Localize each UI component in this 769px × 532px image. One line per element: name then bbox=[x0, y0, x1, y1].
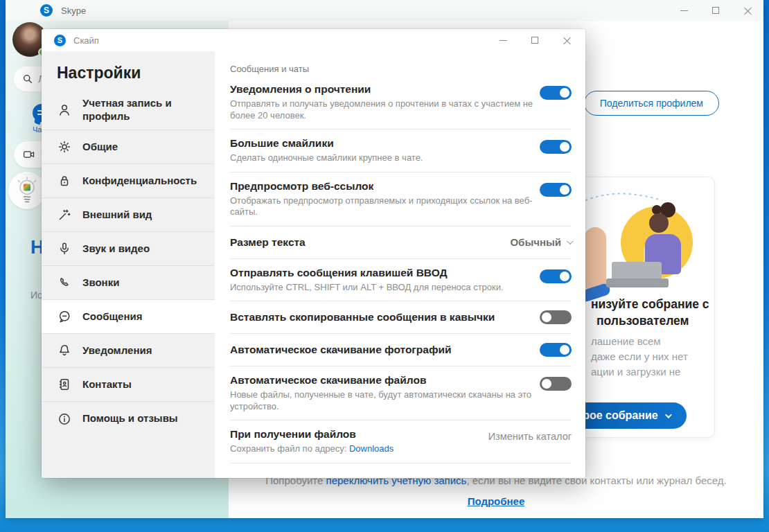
sidebar-item-general[interactable]: Общие bbox=[42, 130, 215, 164]
skype-logo-icon: S bbox=[54, 35, 66, 46]
setting-description-prefix: Сохранить файл по адресу: bbox=[230, 443, 349, 454]
bell-icon bbox=[57, 343, 72, 358]
sidebar-item-help[interactable]: Помощь и отзывы bbox=[42, 402, 215, 436]
toggle-paste-as-quote[interactable] bbox=[540, 310, 572, 324]
setting-title: Предпросмотр веб-ссылок bbox=[230, 179, 540, 194]
learn-more-link[interactable]: Подробнее bbox=[468, 495, 525, 507]
sidebar-item-label: Звонки bbox=[82, 276, 119, 290]
toggle-enter-to-send[interactable] bbox=[540, 269, 572, 283]
minimize-icon bbox=[680, 10, 688, 11]
sidebar-item-audio-video[interactable]: Звук и видео bbox=[42, 232, 215, 266]
minimize-button[interactable] bbox=[668, 0, 700, 21]
setting-title: Уведомления о прочтении bbox=[230, 82, 540, 97]
setting-title: Автоматическое скачивание фотографий bbox=[230, 342, 452, 357]
toggle-auto-download-files[interactable] bbox=[540, 377, 572, 391]
sidebar-item-label: Учетная запись и профиль bbox=[82, 97, 205, 123]
toggle-auto-download-photos[interactable] bbox=[540, 343, 572, 357]
setting-row-paste-as-quote: Вставлять скопированные сообщения в кавы… bbox=[230, 301, 572, 334]
quick-meeting-label: трое собрание bbox=[577, 409, 657, 422]
sidebar-item-notifications[interactable]: Уведомления bbox=[42, 334, 215, 368]
promo-body-line2: даже если у них нет bbox=[591, 351, 688, 362]
illustration-laptop-base bbox=[606, 278, 669, 287]
microphone-icon bbox=[57, 241, 72, 256]
sidebar-item-appearance[interactable]: Внешний вид bbox=[42, 198, 215, 232]
dialog-titlebar: S Скайп bbox=[42, 29, 585, 51]
downloads-folder-link[interactable]: Downloads bbox=[349, 443, 394, 454]
share-profile-button[interactable]: Поделиться профилем bbox=[584, 91, 719, 116]
setting-title: Большие смайлики bbox=[230, 136, 423, 151]
sidebar-item-label: Помощь и отзывы bbox=[82, 412, 178, 425]
info-icon bbox=[57, 411, 72, 427]
toggle-knob bbox=[542, 312, 551, 322]
video-camera-icon bbox=[23, 149, 35, 160]
toggle-knob bbox=[560, 185, 569, 195]
illustration-laptop-screen bbox=[612, 262, 662, 280]
close-icon bbox=[744, 7, 752, 15]
maximize-button[interactable] bbox=[700, 0, 732, 21]
chat-icon bbox=[57, 309, 72, 324]
tip-bubble[interactable] bbox=[8, 172, 46, 209]
toggle-knob bbox=[560, 345, 569, 355]
sidebar-item-calls[interactable]: Звонки bbox=[42, 266, 215, 300]
setting-description: Отображать предпросмотр отправляемых и п… bbox=[230, 195, 540, 218]
toggle-read-receipts[interactable] bbox=[540, 86, 572, 100]
settings-dialog: S Скайп Настройки Учетная запись и профи… bbox=[42, 29, 585, 478]
skype-logo-icon: S bbox=[40, 4, 53, 17]
setting-title: Размер текста bbox=[230, 235, 306, 250]
section-label: Сообщения и чаты bbox=[230, 64, 572, 74]
setting-row-enter-to-send: Отправлять сообщения клавишей ВВОД Испол… bbox=[230, 259, 572, 302]
setting-description: Используйте CTRL, SHIFT или ALT + ВВОД д… bbox=[230, 282, 504, 294]
sidebar-item-label: Конфиденциальность bbox=[82, 175, 197, 188]
gear-icon bbox=[57, 139, 72, 154]
setting-description: Отправлять и получать уведомления о проч… bbox=[230, 98, 540, 121]
chevron-down-icon bbox=[567, 238, 574, 245]
sidebar-item-label: Звук и видео bbox=[82, 242, 150, 256]
toggle-knob bbox=[560, 142, 569, 152]
sidebar-item-label: Сообщения bbox=[82, 310, 142, 323]
account-hint-footer: Попробуйте переключить учетную запись, е… bbox=[229, 475, 763, 507]
setting-row-auto-download-files: Автоматическое скачивание файлов Новые ф… bbox=[230, 366, 572, 420]
setting-title: Автоматическое скачивание файлов bbox=[230, 373, 540, 388]
dialog-close-button[interactable] bbox=[551, 29, 583, 51]
sidebar-item-privacy[interactable]: Конфиденциальность bbox=[42, 164, 215, 198]
toggle-large-emoticons[interactable] bbox=[540, 140, 572, 154]
dialog-title: Скайп bbox=[73, 35, 99, 46]
toggle-knob bbox=[560, 88, 569, 98]
sidebar-item-label: Контакты bbox=[82, 378, 132, 391]
sidebar-item-contacts[interactable]: Контакты bbox=[42, 368, 215, 402]
lightbulb-icon bbox=[13, 175, 41, 206]
promo-body-line1: лашение всем bbox=[591, 335, 661, 347]
wand-icon bbox=[57, 207, 72, 222]
promo-heading-line2: пользователем bbox=[596, 314, 689, 328]
sidebar-item-label: Уведомления bbox=[82, 344, 152, 357]
chevron-down-icon bbox=[665, 411, 672, 418]
dialog-maximize-button[interactable] bbox=[519, 29, 551, 51]
promo-heading-line1: низуйте собрание с bbox=[591, 297, 709, 312]
settings-title: Настройки bbox=[42, 51, 215, 91]
person-icon bbox=[57, 103, 72, 118]
setting-row-link-previews: Предпросмотр веб-ссылок Отображать предп… bbox=[230, 172, 572, 227]
sidebar-item-label: Общие bbox=[82, 141, 118, 154]
setting-title: При получении файлов bbox=[230, 427, 394, 442]
sidebar-item-label: Внешний вид bbox=[82, 209, 152, 222]
messages-settings-panel: Сообщения и чаты Уведомления о прочтении… bbox=[215, 51, 585, 478]
close-icon bbox=[563, 37, 571, 44]
setting-row-file-location: При получении файлов Сохранить файл по а… bbox=[230, 420, 572, 463]
toggle-knob bbox=[560, 272, 569, 281]
illustration-head bbox=[649, 213, 669, 233]
change-directory-button[interactable]: Изменить каталог bbox=[488, 431, 572, 455]
setting-row-auto-download-photos: Автоматическое скачивание фотографий bbox=[230, 334, 572, 366]
maximize-icon bbox=[712, 7, 719, 14]
text-size-dropdown[interactable]: Обычный bbox=[510, 236, 572, 248]
toggle-knob bbox=[542, 379, 551, 389]
minimize-icon bbox=[500, 40, 507, 41]
sidebar-item-account[interactable]: Учетная запись и профиль bbox=[42, 91, 215, 130]
toggle-link-previews[interactable] bbox=[540, 183, 572, 197]
maximize-icon bbox=[531, 37, 538, 44]
sidebar-item-messages[interactable]: Сообщения bbox=[42, 300, 215, 334]
dialog-minimize-button[interactable] bbox=[487, 29, 519, 51]
close-button[interactable] bbox=[732, 0, 763, 21]
search-icon bbox=[22, 73, 33, 85]
main-titlebar: S Skype bbox=[6, 0, 763, 21]
setting-row-text-size: Размер текста Обычный bbox=[230, 227, 572, 259]
